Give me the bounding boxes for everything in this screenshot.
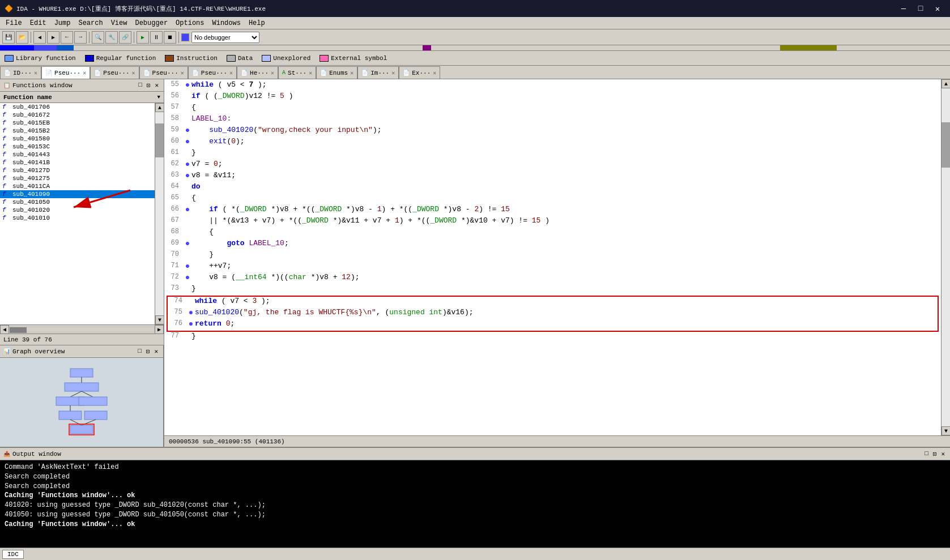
fn-item-sub401090[interactable]: f sub_401090 (0, 190, 155, 198)
menubar: File Edit Jump Search View Debugger Opti… (0, 17, 950, 29)
code-scroll-thumb[interactable] (942, 122, 950, 168)
menu-search[interactable]: Search (75, 19, 106, 28)
tab-pseudo-4-close[interactable]: ✕ (229, 70, 233, 76)
fn-scroll-thumb[interactable] (155, 123, 164, 157)
graph-restore[interactable]: □ (136, 348, 143, 355)
fn-hscroll-right[interactable]: ▶ (155, 325, 164, 334)
line-dot-75: ● (187, 308, 195, 317)
fn-item-sub40153c[interactable]: f sub_40153C (0, 143, 155, 151)
fn-icon-4: f (2, 127, 10, 134)
graph-float[interactable]: ⊡ (144, 348, 152, 355)
fn-scroll-down[interactable]: ▼ (155, 315, 164, 324)
fn-item-sub4015eb[interactable]: f sub_4015EB (0, 119, 155, 127)
tab-id[interactable]: 📄 ID··· ✕ (0, 66, 41, 79)
run-button[interactable]: ▶ (137, 31, 149, 44)
menu-debugger[interactable]: Debugger (131, 19, 171, 28)
fn-item-sub4015b2[interactable]: f sub_4015B2 (0, 127, 155, 135)
tab-imports-close[interactable]: ✕ (391, 70, 395, 76)
patch-button[interactable]: 🔧 (105, 31, 118, 44)
tab-id-close[interactable]: ✕ (34, 70, 37, 76)
legend-unexplored-label: Unexplored (273, 55, 310, 62)
fn-item-sub401050[interactable]: f sub_401050 (0, 198, 155, 206)
tab-imports[interactable]: 📄 Im··· ✕ (357, 66, 399, 79)
stop-button[interactable]: ⏹ (164, 31, 176, 44)
xref-button[interactable]: 🔗 (119, 31, 131, 44)
fn-item-sub401010[interactable]: f sub_401010 (0, 214, 155, 222)
graph-header: 📊 Graph overview □ ⊡ ✕ (0, 345, 163, 358)
menu-file[interactable]: File (2, 19, 25, 28)
code-scroll-up[interactable]: ▲ (942, 79, 950, 88)
menu-jump[interactable]: Jump (51, 19, 74, 28)
output-close[interactable]: ✕ (939, 450, 947, 458)
fn-name-13: sub_401050 (12, 199, 50, 206)
tab-exports[interactable]: 📄 Ex··· ✕ (399, 66, 440, 79)
legend-external-label: External symbol (331, 55, 387, 62)
tab-strings-label: St··· (288, 70, 306, 76)
output-tab-idc[interactable]: IDC (2, 550, 24, 559)
menu-edit[interactable]: Edit (27, 19, 50, 28)
close-button[interactable]: ✕ (930, 1, 945, 16)
pause-button[interactable]: ⏸ (150, 31, 163, 44)
fn-item-sub4011ca[interactable]: f sub_4011CA (0, 182, 155, 190)
code-scroll-down[interactable]: ▼ (942, 426, 950, 435)
fn-name-9: sub_40127D (12, 167, 50, 174)
line-num-69: 69 (167, 239, 184, 247)
fn-name-14: sub_401020 (12, 207, 50, 213)
forward-button[interactable]: ▶ (47, 31, 59, 44)
tab-hex-label: He··· (250, 70, 269, 76)
nav-section-3 (57, 45, 74, 50)
fn-item-sub401020[interactable]: f sub_401020 (0, 206, 155, 214)
tab-strings-close[interactable]: ✕ (309, 70, 312, 76)
menu-help[interactable]: Help (245, 19, 269, 28)
tab-enums-close[interactable]: ✕ (350, 70, 353, 76)
tab-pseudo-3[interactable]: 📄 Pseu··· ✕ (139, 66, 188, 79)
fn-scrollbar: ▲ ▼ (155, 103, 164, 324)
open-button[interactable]: 📂 (16, 31, 28, 44)
fn-item-sub401580[interactable]: f sub_401580 (0, 135, 155, 143)
fn-scroll-up[interactable]: ▲ (155, 103, 164, 112)
tab-pseudo-2[interactable]: 📄 Pseu··· ✕ (90, 66, 139, 79)
back-button[interactable]: ◀ (33, 31, 46, 44)
tab-pseudo-2-close[interactable]: ✕ (132, 70, 135, 76)
fn-item-sub401275[interactable]: f sub_401275 (0, 174, 155, 182)
menu-options[interactable]: Options (172, 19, 207, 28)
menu-windows[interactable]: Windows (209, 19, 244, 28)
graph-header-controls: □ ⊡ ✕ (136, 348, 160, 355)
minimize-button[interactable]: — (896, 1, 911, 16)
fn-item-sub401706[interactable]: f sub_401706 (0, 103, 155, 111)
tab-hex-close[interactable]: ✕ (271, 70, 274, 76)
tab-hex[interactable]: 📄 He··· ✕ (237, 66, 278, 79)
functions-window-close[interactable]: ✕ (153, 82, 160, 89)
tab-pseudo-3-close[interactable]: ✕ (181, 70, 184, 76)
output-restore[interactable]: □ (923, 450, 930, 458)
fn-scroll-track (155, 112, 164, 315)
menu-view[interactable]: View (108, 19, 131, 28)
functions-window-float[interactable]: ⊡ (145, 82, 152, 89)
debugger-dropdown[interactable]: No debugger (191, 32, 259, 43)
functions-window-restore[interactable]: □ (137, 82, 144, 89)
search-button[interactable]: 🔍 (92, 31, 104, 44)
code-status-bar: 00000536 sub_401090:55 (401136) (164, 435, 950, 447)
fn-hscroll-left[interactable]: ◀ (0, 325, 9, 334)
code-content[interactable]: 55 ● while ( v5 < 7 ); 56 if ( (_DWORD)v… (164, 79, 950, 435)
fn-item-sub401443[interactable]: f sub_401443 (0, 151, 155, 159)
fn-icon-9: f (2, 167, 10, 174)
tab-pseudo-1[interactable]: 📄 Pseu··· ✕ (41, 66, 90, 79)
tab-pseudo-1-close[interactable]: ✕ (83, 70, 86, 76)
tab-enums[interactable]: 📄 Enums ✕ (316, 66, 357, 79)
output-title: Output window (12, 451, 61, 458)
graph-close[interactable]: ✕ (152, 348, 160, 355)
maximize-button[interactable]: □ (913, 1, 928, 16)
fn-item-sub401672[interactable]: f sub_401672 (0, 111, 155, 119)
line-code-71: ++v7; (191, 262, 939, 270)
nav-forward-button[interactable]: → (74, 31, 87, 44)
nav-back-button[interactable]: ← (61, 31, 73, 44)
save-button[interactable]: 💾 (2, 31, 15, 44)
fn-item-sub40127d[interactable]: f sub_40127D (0, 166, 155, 174)
fn-hscroll-thumb[interactable] (10, 327, 27, 333)
tab-pseudo-4[interactable]: 📄 Pseu··· ✕ (188, 66, 237, 79)
tab-strings[interactable]: A St··· ✕ (278, 66, 316, 79)
output-float[interactable]: ⊡ (931, 450, 939, 458)
tab-exports-close[interactable]: ✕ (433, 70, 436, 76)
fn-item-sub40141b[interactable]: f sub_40141B (0, 159, 155, 166)
